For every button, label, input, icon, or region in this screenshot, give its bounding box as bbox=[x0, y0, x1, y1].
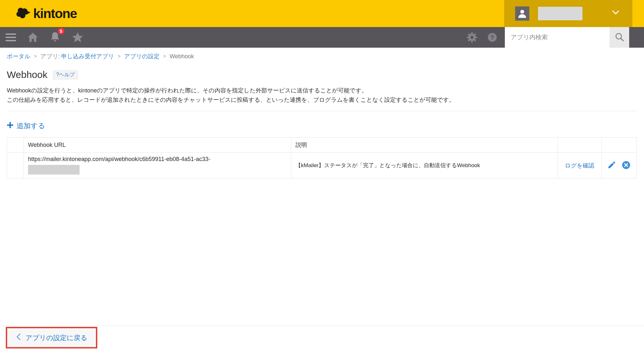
home-icon[interactable] bbox=[27, 32, 38, 43]
delete-webhook-button[interactable] bbox=[622, 161, 630, 170]
favorites-star-icon[interactable] bbox=[72, 32, 83, 43]
breadcrumb-separator: > bbox=[163, 53, 166, 59]
table-header-row: Webhook URL 説明 bbox=[7, 138, 637, 153]
notifications-bell-icon[interactable]: 5 bbox=[50, 32, 61, 43]
header-cell-url: Webhook URL bbox=[24, 138, 291, 153]
page-description: Webhookの設定を行うと、kintoneのアプリで特定の操作が行われた際に、… bbox=[7, 86, 455, 105]
breadcrumb: ポータル > アプリ:申し込み受付アプリ > アプリの設定 > Webhook bbox=[7, 52, 194, 60]
back-to-app-settings-button[interactable]: アプリの設定に戻る bbox=[7, 328, 96, 347]
back-to-app-settings-label: アプリの設定に戻る bbox=[25, 333, 87, 342]
notification-count-badge: 5 bbox=[58, 28, 64, 34]
top-bar: kintone bbox=[0, 0, 644, 27]
header-cell-empty bbox=[7, 138, 24, 153]
breadcrumb-app-item: アプリ:申し込み受付アプリ bbox=[41, 52, 114, 60]
description-line-2: この仕組みを応用すると、レコードが追加されたときにその内容をチャットサービスに投… bbox=[7, 95, 455, 105]
row-cell-url: https://mailer.kintoneapp.com/api/webhoo… bbox=[24, 153, 291, 178]
plus-icon bbox=[7, 122, 14, 130]
help-icon[interactable]: ? bbox=[487, 33, 497, 43]
pencil-icon bbox=[608, 161, 616, 170]
webhook-table-row: https://mailer.kintoneapp.com/api/webhoo… bbox=[7, 153, 637, 178]
page-heading: Webhook ?ヘルプ bbox=[7, 69, 78, 80]
breadcrumb-app-link[interactable]: 申し込み受付アプリ bbox=[61, 53, 114, 60]
help-link-badge[interactable]: ?ヘルプ bbox=[53, 70, 78, 80]
description-line-1: Webhookの設定を行うと、kintoneのアプリで特定の操作が行われた際に、… bbox=[7, 86, 455, 95]
breadcrumb-app-settings-link[interactable]: アプリの設定 bbox=[124, 52, 159, 60]
search-icon bbox=[615, 32, 624, 43]
breadcrumb-separator: > bbox=[118, 53, 120, 59]
breadcrumb-app-prefix: アプリ: bbox=[41, 53, 60, 60]
nav-bar: 5 ? bbox=[0, 27, 644, 48]
kintone-cloud-icon bbox=[15, 6, 32, 21]
chevron-left-icon bbox=[16, 333, 21, 342]
breadcrumb-portal-link[interactable]: ポータル bbox=[7, 52, 30, 60]
red-highlight-annotation: アプリの設定に戻る bbox=[6, 327, 97, 348]
chevron-down-icon[interactable] bbox=[612, 10, 620, 16]
search-input[interactable] bbox=[505, 27, 610, 48]
add-webhook-label: 追加する bbox=[16, 121, 45, 131]
header-cell-actions bbox=[601, 138, 637, 153]
edit-webhook-button[interactable] bbox=[608, 161, 616, 170]
row-cell-log: ログを確認 bbox=[558, 153, 601, 178]
webhook-url-redacted-box bbox=[28, 165, 80, 175]
add-webhook-button[interactable]: 追加する bbox=[7, 121, 45, 131]
hamburger-menu-icon[interactable] bbox=[5, 33, 16, 42]
app-search bbox=[505, 27, 629, 48]
row-cell-empty bbox=[7, 153, 24, 178]
webhook-url-text: https://mailer.kintoneapp.com/api/webhoo… bbox=[28, 156, 287, 163]
row-cell-actions bbox=[601, 153, 637, 178]
header-cell-description: 説明 bbox=[291, 138, 558, 153]
breadcrumb-separator: > bbox=[34, 53, 37, 59]
page-title: Webhook bbox=[7, 69, 47, 80]
user-name-redacted-box bbox=[538, 7, 582, 20]
webhook-table: Webhook URL 説明 https://mailer.kintoneapp… bbox=[7, 137, 637, 178]
footer-divider bbox=[0, 326, 644, 326]
breadcrumb-current-page: Webhook bbox=[169, 53, 194, 60]
header-cell-log bbox=[558, 138, 601, 153]
user-avatar-icon bbox=[515, 6, 529, 21]
nav-left-icons: 5 bbox=[5, 27, 83, 48]
settings-gear-icon[interactable] bbox=[466, 32, 477, 44]
page: kintone bbox=[0, 0, 644, 352]
circle-x-icon bbox=[622, 161, 630, 170]
svg-text:?: ? bbox=[490, 34, 494, 41]
section-divider bbox=[7, 111, 637, 111]
row-cell-description: 【kMailer】ステータスが「完了」となった場合に、自動送信するWebhook bbox=[291, 153, 558, 178]
user-menu[interactable] bbox=[504, 0, 632, 27]
check-log-link[interactable]: ログを確認 bbox=[565, 162, 594, 169]
kintone-logo[interactable]: kintone bbox=[15, 0, 77, 27]
kintone-logo-text: kintone bbox=[33, 6, 77, 21]
search-button[interactable] bbox=[610, 27, 629, 48]
